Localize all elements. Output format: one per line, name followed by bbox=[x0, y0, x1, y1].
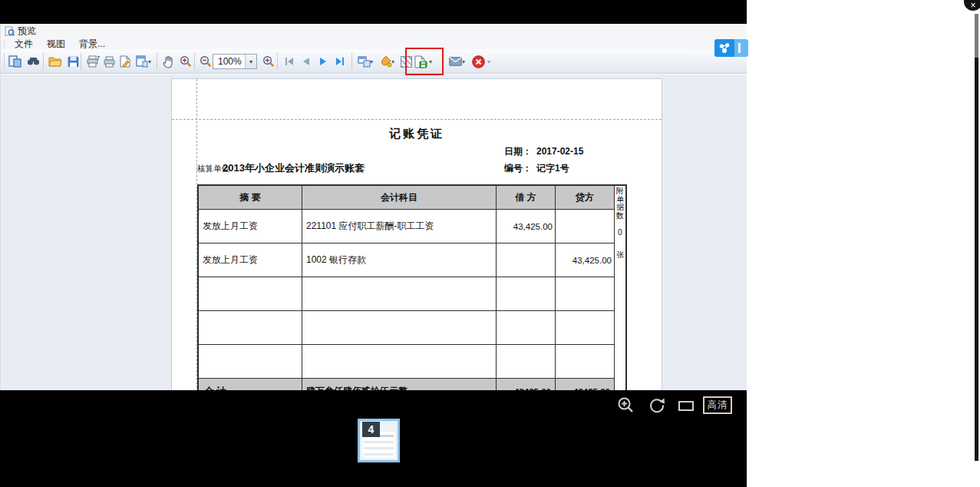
thumbnail-page-number: 4 bbox=[362, 422, 380, 437]
table-row bbox=[199, 277, 614, 311]
toolbar-overflow-caret-icon[interactable]: ▾ bbox=[487, 58, 490, 65]
fullscreen-icon[interactable] bbox=[678, 401, 694, 411]
zoom-level-select[interactable]: 100% ▾ bbox=[213, 54, 257, 69]
voucher-page: 记账凭证 日期：2017-02-15 核算单位 2013年小企业会计准则演示账套… bbox=[171, 78, 662, 392]
page-setup-icon[interactable] bbox=[117, 54, 133, 69]
first-page-icon[interactable] bbox=[282, 54, 297, 69]
accounting-unit-value: 2013年小企业会计准则演示账套 bbox=[223, 161, 365, 175]
menu-bar: 文件 视图 背景... bbox=[1, 38, 747, 49]
hand-pan-icon[interactable] bbox=[161, 54, 177, 69]
toolbar: 7 ▾ 100% ▾ ▾ ▾ bbox=[1, 49, 747, 74]
scrollbar-thumb[interactable] bbox=[975, 14, 978, 58]
export-icon[interactable] bbox=[413, 54, 428, 69]
attached-unit: 张 bbox=[616, 251, 624, 260]
attached-count: 0 bbox=[618, 229, 622, 237]
menu-file[interactable]: 文件 bbox=[15, 38, 33, 51]
attached-docs-column: 附 单 据 数 0 张 bbox=[614, 184, 627, 392]
save-to-netdisk-button[interactable] bbox=[714, 39, 748, 57]
next-page-icon[interactable] bbox=[315, 54, 331, 69]
screen: 预览 文件 视图 背景... 7 ▾ 100% ▾ bbox=[0, 0, 980, 487]
voucher-table-header: 摘 要 会计科目 借 方 贷方 bbox=[199, 186, 614, 210]
zoom-level-value: 100% bbox=[213, 56, 245, 67]
menu-view[interactable]: 视图 bbox=[47, 38, 65, 51]
watermark-caret-icon[interactable]: ▾ bbox=[391, 58, 394, 65]
find-icon[interactable] bbox=[25, 54, 41, 69]
panel-scrollbar[interactable] bbox=[975, 14, 978, 461]
zoom-out-icon[interactable] bbox=[198, 54, 213, 69]
table-row: 发放上月工资 1002 银行存款 43,425.00 bbox=[199, 244, 614, 277]
open-icon[interactable] bbox=[48, 54, 63, 69]
page-thumbnail[interactable]: 4 bbox=[358, 419, 400, 462]
margin-guide-horizontal bbox=[172, 119, 662, 120]
email-icon[interactable] bbox=[447, 54, 463, 69]
preview-window: 预览 文件 视图 背景... 7 ▾ 100% ▾ bbox=[0, 24, 747, 390]
zoom-in-tool-icon[interactable] bbox=[178, 54, 193, 69]
window-title: 预览 bbox=[18, 25, 36, 38]
comments-panel: 婴堃 的 凭证导出按钮 2017年08月11日 14:15 i 添加描述 静谷幽… bbox=[747, 0, 980, 487]
zoom-in-icon[interactable] bbox=[261, 54, 276, 69]
netdisk-button-label-clipped bbox=[734, 39, 748, 57]
voucher-number: 编号：记字1号 bbox=[504, 162, 569, 175]
quick-print-icon[interactable] bbox=[102, 54, 117, 69]
save-icon[interactable] bbox=[65, 54, 81, 69]
print-settings-icon[interactable]: 7 bbox=[85, 54, 101, 69]
table-row bbox=[199, 345, 614, 379]
header-account: 会计科目 bbox=[302, 186, 497, 210]
page-layout-icon[interactable] bbox=[134, 54, 150, 69]
multi-page-view-icon[interactable] bbox=[356, 54, 371, 69]
zoom-select-caret-icon[interactable]: ▾ bbox=[245, 55, 256, 68]
svg-text:7: 7 bbox=[97, 55, 100, 61]
table-row bbox=[199, 311, 614, 345]
last-page-icon[interactable] bbox=[332, 54, 348, 69]
voucher-title: 记账凭证 bbox=[172, 127, 662, 141]
viewer-bottom-bar: 高清 4 bbox=[0, 390, 747, 487]
export-caret-icon[interactable]: ▾ bbox=[429, 58, 432, 65]
viewer-zoom-in-icon[interactable] bbox=[617, 396, 635, 416]
multi-page-caret-icon[interactable]: ▾ bbox=[370, 58, 373, 65]
header-credit: 贷方 bbox=[556, 186, 614, 210]
email-caret-icon[interactable]: ▾ bbox=[462, 58, 465, 65]
header-summary: 摘 要 bbox=[199, 186, 302, 210]
menu-background[interactable]: 背景... bbox=[79, 38, 105, 51]
preview-window-icon bbox=[5, 26, 15, 36]
table-row: 发放上月工资 221101 应付职工薪酬-职工工资 43,425.00 bbox=[199, 210, 614, 244]
voucher-date: 日期：2017-02-15 bbox=[504, 145, 583, 158]
print-preview-icon[interactable] bbox=[7, 54, 22, 69]
netdisk-logo-icon bbox=[714, 39, 734, 57]
voucher-table: 摘 要 会计科目 借 方 贷方 发放上月工资 221101 应付职工薪酬-职工工… bbox=[197, 184, 615, 392]
document-area: 记账凭证 日期：2017-02-15 核算单位 2013年小企业会计准则演示账套… bbox=[1, 75, 747, 390]
page-layout-caret-icon[interactable]: ▾ bbox=[148, 58, 151, 65]
refresh-icon[interactable] bbox=[648, 396, 665, 416]
close-preview-icon[interactable] bbox=[470, 54, 486, 69]
header-debit: 借 方 bbox=[497, 186, 556, 210]
window-titlebar: 预览 bbox=[1, 24, 747, 38]
hd-toggle-button[interactable]: 高清 bbox=[703, 396, 732, 414]
previous-page-icon[interactable] bbox=[299, 54, 314, 69]
